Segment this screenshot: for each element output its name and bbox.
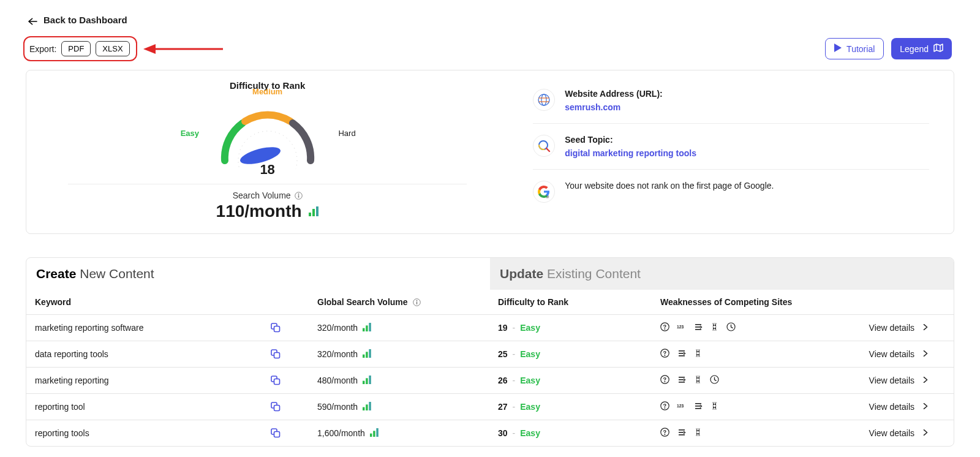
view-details-link[interactable]: View details (869, 376, 914, 385)
table-row: data reporting tools320/month25 - EasyVi… (26, 341, 954, 368)
table-row: reporting tools1,600/month30 - EasyView … (26, 420, 954, 446)
svg-rect-12 (316, 206, 318, 216)
url-link[interactable]: semrush.com (565, 102, 662, 112)
svg-marker-2 (834, 43, 842, 52)
list-icon (677, 375, 686, 386)
svg-point-8 (298, 193, 299, 194)
svg-point-22 (416, 300, 417, 301)
gsv-text: 590/month (317, 402, 358, 412)
export-group: Export: PDF XLSX (23, 36, 137, 61)
back-to-dashboard-link[interactable]: Back to Dashboard (43, 15, 127, 25)
keyword-text: marketing reporting (35, 376, 109, 385)
clock-icon (726, 322, 736, 333)
hourglass-icon (693, 428, 703, 439)
gauge-hard-label: Hard (338, 129, 355, 138)
difficulty-label: Easy (520, 428, 540, 438)
copy-icon[interactable] (271, 402, 281, 412)
info-icon[interactable] (413, 298, 421, 306)
rank-status-text: Your website does not rank on the first … (565, 181, 774, 191)
list-icon (677, 349, 686, 360)
view-details-link[interactable]: View details (869, 323, 914, 333)
col-keyword: Keyword (26, 297, 317, 307)
gauge-score: 18 (260, 162, 274, 178)
svg-rect-10 (309, 213, 311, 216)
num123-icon (677, 401, 686, 412)
info-icon[interactable] (295, 192, 303, 200)
export-xlsx-button[interactable]: XLSX (96, 41, 129, 56)
keyword-text: reporting tool (35, 402, 85, 412)
chevron-right-icon (922, 323, 929, 333)
gauge-medium-label: Medium (252, 87, 282, 96)
hourglass-icon (693, 349, 703, 360)
export-label: Export: (29, 44, 56, 54)
tab-create[interactable]: Create New Content (26, 258, 490, 290)
list-icon (693, 322, 703, 333)
gsv-text: 1,600/month (317, 428, 365, 438)
copy-icon[interactable] (271, 349, 281, 359)
question-icon (660, 375, 669, 386)
magnifier-icon (533, 135, 555, 157)
difficulty-gauge: Easy Medium Hard 18 (206, 93, 329, 173)
difficulty-label: Easy (520, 349, 540, 359)
dash-separator: - (513, 376, 516, 385)
clock-icon (710, 375, 719, 386)
tab-update[interactable]: Update Existing Content (490, 258, 954, 290)
question-icon (660, 349, 669, 360)
gsv-text: 480/month (317, 376, 358, 385)
search-volume-value: 110/month (216, 202, 302, 221)
summary-panel: Difficulty to Rank Easy Medium Hard 18 S… (26, 70, 954, 234)
view-details-link[interactable]: View details (869, 428, 914, 438)
hourglass-icon (710, 401, 719, 412)
view-details-link[interactable]: View details (869, 402, 914, 412)
dash-separator: - (513, 349, 516, 359)
difficulty-score: 25 (498, 349, 508, 359)
seed-topic-label: Seed Topic: (565, 135, 696, 145)
keyword-text: marketing reporting software (35, 323, 143, 333)
play-icon (834, 43, 842, 54)
tutorial-button[interactable]: Tutorial (825, 38, 884, 59)
keyword-text: data reporting tools (35, 349, 108, 359)
svg-rect-11 (312, 209, 315, 216)
difficulty-score: 26 (498, 376, 508, 385)
question-icon (660, 428, 669, 439)
bars-icon (308, 202, 319, 221)
hourglass-icon (693, 375, 703, 386)
seed-topic-link[interactable]: digital marketing reporting tools (565, 148, 696, 158)
arrow-annotation-icon (143, 42, 223, 56)
globe-icon (533, 89, 555, 111)
difficulty-label: Easy (520, 376, 540, 385)
svg-rect-9 (298, 195, 298, 197)
chevron-right-icon (922, 428, 929, 438)
keyword-text: reporting tools (35, 428, 89, 438)
url-label: Website Address (URL): (565, 89, 662, 99)
col-global-search-volume: Global Search Volume (317, 297, 408, 307)
copy-icon[interactable] (271, 376, 281, 385)
export-pdf-button[interactable]: PDF (61, 41, 91, 56)
table-row: reporting tool590/month27 - EasyView det… (26, 394, 954, 420)
gsv-text: 320/month (317, 349, 358, 359)
legend-button[interactable]: Legend (891, 38, 952, 59)
difficulty-score: 30 (498, 428, 508, 438)
question-icon (660, 322, 669, 333)
tutorial-label: Tutorial (846, 44, 875, 54)
svg-marker-1 (143, 44, 156, 54)
copy-icon[interactable] (271, 428, 281, 438)
svg-line-19 (546, 148, 549, 151)
bars-icon (363, 402, 371, 412)
col-difficulty: Difficulty to Rank (498, 297, 660, 307)
svg-rect-23 (416, 301, 417, 304)
svg-text:#: # (546, 194, 549, 198)
gsv-text: 320/month (317, 323, 358, 333)
bars-icon (370, 428, 379, 439)
bars-icon (363, 376, 371, 386)
col-weaknesses: Weaknesses of Competing Sites (660, 297, 832, 307)
difficulty-label: Easy (520, 323, 540, 333)
question-icon (660, 401, 669, 412)
copy-icon[interactable] (271, 323, 281, 333)
table-row: marketing reporting480/month26 - EasyVie… (26, 368, 954, 394)
search-volume-title: Search Volume (233, 191, 291, 200)
list-icon (693, 401, 703, 412)
arrow-left-icon (28, 17, 37, 24)
view-details-link[interactable]: View details (869, 349, 914, 359)
legend-label: Legend (900, 44, 929, 54)
